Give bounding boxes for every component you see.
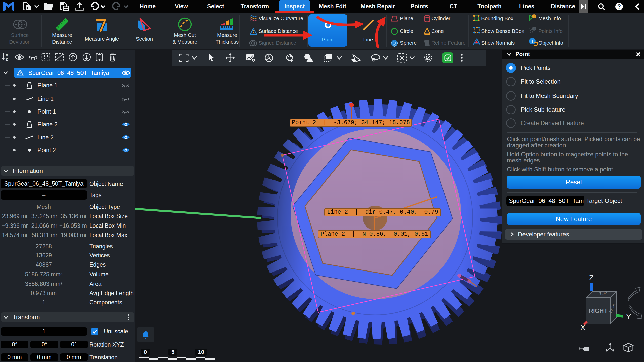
svg-text:i: i xyxy=(532,39,533,44)
svg-text:?: ? xyxy=(617,3,621,10)
svg-text:i: i xyxy=(534,27,535,31)
svg-text:!: ! xyxy=(534,15,535,18)
